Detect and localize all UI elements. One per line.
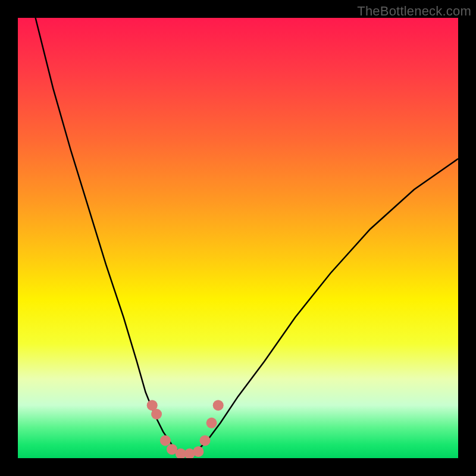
- marker-group: [147, 400, 224, 458]
- marker-dot: [193, 446, 203, 457]
- curve-path-group: [36, 18, 458, 454]
- curve-line: [36, 18, 458, 454]
- chart-overlay: [18, 18, 458, 458]
- frame: TheBottleneck.com: [0, 0, 476, 476]
- marker-dot: [213, 400, 224, 411]
- marker-dot: [206, 418, 217, 428]
- marker-dot: [200, 435, 211, 446]
- marker-dot: [160, 435, 171, 446]
- marker-dot: [151, 409, 162, 419]
- watermark-text: TheBottleneck.com: [357, 4, 471, 19]
